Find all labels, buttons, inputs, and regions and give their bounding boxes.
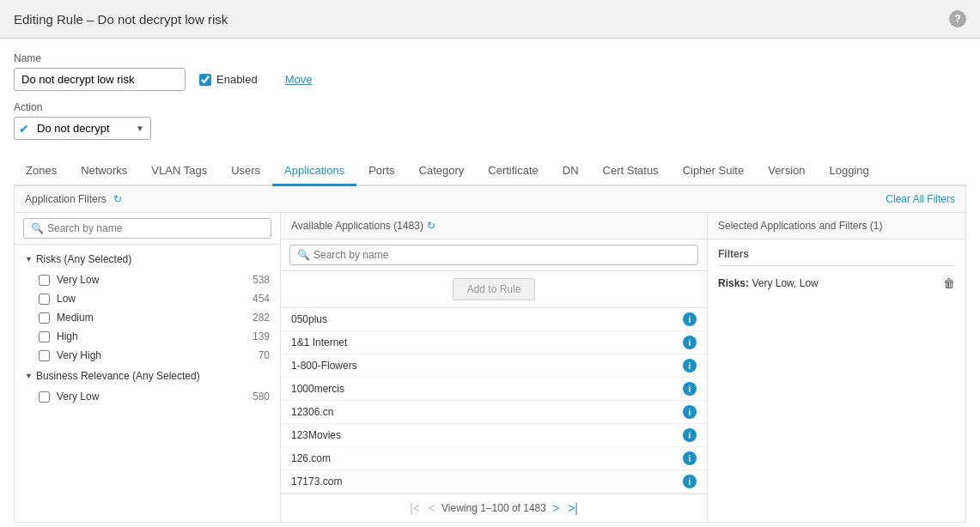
add-to-rule-button[interactable]: Add to Rule	[453, 278, 536, 300]
delete-filter-icon[interactable]: 🗑	[943, 276, 955, 290]
pagination-text: Viewing 1–100 of 1483	[441, 502, 546, 514]
list-item: 1000mercis i	[281, 378, 707, 401]
tab-zones[interactable]: Zones	[14, 157, 69, 186]
left-pane: 🔍 ▼ Risks (Any Selected) Very Low	[15, 213, 281, 522]
tab-dn[interactable]: DN	[551, 157, 591, 186]
middle-search-input[interactable]	[313, 249, 691, 261]
risks-group-label: Risks (Any Selected)	[36, 253, 131, 265]
enabled-checkbox[interactable]	[199, 74, 211, 86]
list-item: 050plus i	[281, 308, 707, 331]
three-pane: 🔍 ▼ Risks (Any Selected) Very Low	[15, 213, 965, 522]
info-icon[interactable]: i	[683, 382, 697, 396]
prev-page-button[interactable]: <	[426, 501, 438, 515]
action-select[interactable]: Do not decrypt	[14, 117, 151, 140]
filter-label-very-low: Very Low	[57, 274, 99, 286]
name-row: Enabled Move	[14, 68, 966, 91]
action-select-wrap: ✔ Do not decrypt ▼	[14, 117, 151, 140]
app-name: 050plus	[291, 313, 327, 325]
first-page-button[interactable]: |<	[407, 501, 423, 515]
right-pane: Selected Applications and Filters (1) Fi…	[708, 213, 965, 522]
last-page-button[interactable]: >|	[565, 501, 581, 515]
info-icon[interactable]: i	[683, 405, 697, 419]
tab-vlan-tags[interactable]: VLAN Tags	[139, 157, 219, 186]
list-item: 12306.cn i	[281, 401, 707, 424]
application-filters-label: Application Filters	[25, 193, 107, 205]
available-apps-refresh-icon[interactable]: ↻	[427, 220, 435, 232]
pagination: |< < Viewing 1–100 of 1483 > >|	[281, 494, 707, 522]
list-item: 17173.com i	[281, 470, 707, 494]
app-name: 123Movies	[291, 429, 341, 441]
list-item: 123Movies i	[281, 424, 707, 447]
app-name: 12306.cn	[291, 406, 333, 418]
info-icon[interactable]: i	[683, 428, 697, 442]
filter-label-br-very-low: Very Low	[57, 391, 99, 403]
tab-networks[interactable]: Networks	[69, 157, 139, 186]
modal-header: Editing Rule – Do not decrypt low risk ?	[0, 0, 980, 39]
filters-section-label: Filters	[718, 248, 955, 266]
count-very-high: 70	[259, 349, 270, 361]
app-list: 050plus i 1&1 Internet i 1-800-Flowers i	[281, 308, 707, 494]
filter-tag-value: Very Low, Low	[752, 277, 818, 289]
checkbox-high[interactable]	[39, 331, 50, 342]
tab-bar: Zones Networks VLAN Tags Users Applicati…	[14, 157, 966, 186]
info-icon[interactable]: i	[683, 475, 697, 488]
count-medium: 282	[253, 312, 270, 324]
next-page-button[interactable]: >	[550, 501, 562, 515]
info-icon[interactable]: i	[683, 336, 697, 349]
middle-search-wrap: 🔍	[289, 245, 698, 265]
tab-category[interactable]: Category	[407, 157, 477, 186]
info-icon[interactable]: i	[683, 312, 697, 326]
list-item: 1-800-Flowers i	[281, 354, 707, 378]
selected-pane-content: Filters Risks: Very Low, Low 🗑	[708, 239, 965, 302]
filter-refresh-icon[interactable]: ↻	[113, 193, 122, 205]
selected-apps-header: Selected Applications and Filters (1)	[708, 213, 965, 239]
available-apps-header: Available Applications (1483) ↻	[281, 213, 707, 239]
filter-tag-text: Risks: Very Low, Low	[718, 277, 819, 289]
filter-label-low: Low	[57, 293, 76, 305]
modal-container: Editing Rule – Do not decrypt low risk ?…	[0, 0, 980, 527]
info-icon[interactable]: i	[683, 451, 697, 465]
tab-applications[interactable]: Applications	[272, 157, 356, 186]
app-name: 126.com	[291, 452, 331, 464]
filter-tag-row: Risks: Very Low, Low 🗑	[718, 273, 955, 294]
business-relevance-group-header[interactable]: ▼ Business Relevance (Any Selected)	[15, 365, 280, 387]
business-relevance-group-label: Business Relevance (Any Selected)	[36, 370, 200, 382]
tab-logging[interactable]: Logging	[818, 157, 881, 186]
tab-users[interactable]: Users	[219, 157, 272, 186]
risks-group-header[interactable]: ▼ Risks (Any Selected)	[15, 248, 280, 270]
action-section: Action ✔ Do not decrypt ▼	[14, 101, 966, 140]
left-search-input[interactable]	[47, 222, 264, 234]
business-relevance-collapse-icon: ▼	[25, 372, 33, 380]
filter-list: ▼ Risks (Any Selected) Very Low 538 Low …	[15, 245, 280, 522]
enabled-row: Enabled	[199, 73, 258, 86]
tab-cipher-suite[interactable]: Cipher Suite	[671, 157, 757, 186]
middle-search-icon: 🔍	[297, 249, 310, 261]
count-br-very-low: 580	[253, 391, 270, 403]
modal-body: Name Enabled Move Action ✔ Do not decryp…	[0, 39, 980, 527]
checkbox-br-very-low[interactable]	[39, 391, 50, 403]
info-icon[interactable]: i	[683, 359, 697, 373]
enabled-label: Enabled	[216, 73, 258, 86]
selected-apps-label: Selected Applications and Filters (1)	[718, 220, 882, 232]
app-name: 1000mercis	[291, 383, 344, 395]
checkbox-very-low[interactable]	[39, 275, 50, 286]
clear-all-filters-link[interactable]: Clear All Filters	[886, 193, 955, 205]
checkbox-medium[interactable]	[39, 312, 50, 324]
help-icon[interactable]: ?	[949, 10, 966, 27]
filter-item-very-high: Very High 70	[15, 346, 280, 365]
tab-ports[interactable]: Ports	[356, 157, 406, 186]
middle-pane: Available Applications (1483) ↻ 🔍 Add to…	[281, 213, 708, 522]
name-input[interactable]	[14, 68, 186, 91]
name-section: Name Enabled Move	[14, 52, 966, 91]
move-link[interactable]: Move	[285, 73, 313, 86]
list-item: 126.com i	[281, 447, 707, 470]
checkbox-very-high[interactable]	[39, 350, 50, 361]
risks-collapse-icon: ▼	[25, 255, 33, 264]
tab-cert-status[interactable]: Cert Status	[591, 157, 671, 186]
tab-certificate[interactable]: Certificate	[476, 157, 551, 186]
count-low: 454	[253, 293, 270, 305]
checkbox-low[interactable]	[39, 294, 50, 305]
left-search-icon: 🔍	[31, 222, 44, 234]
tab-version[interactable]: Version	[756, 157, 817, 186]
left-search-wrap: 🔍	[23, 218, 271, 239]
